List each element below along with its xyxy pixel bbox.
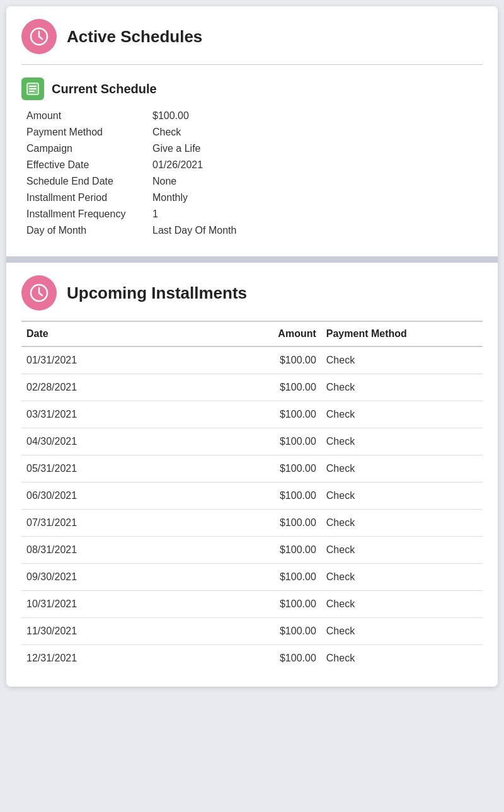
table-row: 02/28/2021$100.00Check: [21, 374, 483, 401]
schedule-list-icon: [26, 82, 40, 96]
field-label: Day of Month: [26, 225, 152, 236]
field-label: Effective Date: [26, 159, 152, 171]
header-divider: [21, 64, 483, 65]
schedule-fields: Amount$100.00Payment MethodCheckCampaign…: [21, 110, 483, 236]
installment-date: 02/28/2021: [21, 374, 183, 401]
active-schedules-title: Active Schedules: [67, 27, 202, 47]
installment-amount: $100.00: [183, 645, 321, 672]
installment-payment-method: Check: [321, 401, 483, 428]
field-value: $100.00: [152, 110, 189, 122]
svg-line-2: [39, 37, 42, 39]
installment-payment-method: Check: [321, 510, 483, 537]
installment-payment-method: Check: [321, 564, 483, 591]
clock-icon-2: [29, 283, 49, 303]
field-row: Amount$100.00: [26, 110, 483, 122]
field-label: Payment Method: [26, 127, 152, 138]
field-label: Schedule End Date: [26, 176, 152, 187]
field-value: None: [152, 176, 176, 187]
installment-date: 10/31/2021: [21, 591, 183, 618]
installment-date: 06/30/2021: [21, 483, 183, 510]
installment-payment-method: Check: [321, 537, 483, 564]
field-label: Installment Frequency: [26, 209, 152, 220]
upcoming-header: Upcoming Installments: [21, 275, 483, 311]
installment-amount: $100.00: [183, 455, 321, 483]
table-row: 11/30/2021$100.00Check: [21, 618, 483, 645]
installment-amount: $100.00: [183, 401, 321, 428]
section-separator: [6, 256, 498, 263]
current-schedule-title: Current Schedule: [52, 82, 157, 96]
field-row: CampaignGive a Life: [26, 143, 483, 154]
installment-payment-method: Check: [321, 374, 483, 401]
field-value: Monthly: [152, 192, 188, 203]
table-header-row: Date Amount Payment Method: [21, 321, 483, 346]
installment-payment-method: Check: [321, 455, 483, 483]
field-row: Installment Frequency1: [26, 209, 483, 220]
installment-date: 01/31/2021: [21, 346, 183, 374]
table-row: 06/30/2021$100.00Check: [21, 483, 483, 510]
active-schedules-header: Active Schedules: [21, 19, 483, 54]
installment-payment-method: Check: [321, 645, 483, 672]
clock-icon: [29, 26, 49, 47]
field-value: Last Day Of Month: [152, 225, 236, 236]
table-row: 01/31/2021$100.00Check: [21, 346, 483, 374]
col-header-date: Date: [21, 321, 183, 346]
installment-payment-method: Check: [321, 618, 483, 645]
installment-date: 05/31/2021: [21, 455, 183, 483]
svg-line-10: [39, 293, 42, 295]
installment-date: 03/31/2021: [21, 401, 183, 428]
field-label: Installment Period: [26, 192, 152, 203]
field-row: Payment MethodCheck: [26, 127, 483, 138]
col-header-payment: Payment Method: [321, 321, 483, 346]
field-value: 1: [152, 209, 158, 220]
upcoming-icon: [21, 275, 57, 311]
installments-table: Date Amount Payment Method 01/31/2021$10…: [21, 321, 483, 672]
installment-payment-method: Check: [321, 428, 483, 455]
installment-payment-method: Check: [321, 346, 483, 374]
table-body: 01/31/2021$100.00Check02/28/2021$100.00C…: [21, 346, 483, 672]
installment-date: 07/31/2021: [21, 510, 183, 537]
table-row: 12/31/2021$100.00Check: [21, 645, 483, 672]
page-wrapper: Active Schedules Current Schedule: [6, 6, 498, 687]
installment-amount: $100.00: [183, 483, 321, 510]
installment-date: 09/30/2021: [21, 564, 183, 591]
installment-amount: $100.00: [183, 591, 321, 618]
table-row: 10/31/2021$100.00Check: [21, 591, 483, 618]
table-header: Date Amount Payment Method: [21, 321, 483, 346]
table-row: 05/31/2021$100.00Check: [21, 455, 483, 483]
installment-amount: $100.00: [183, 537, 321, 564]
table-row: 07/31/2021$100.00Check: [21, 510, 483, 537]
table-row: 08/31/2021$100.00Check: [21, 537, 483, 564]
field-label: Campaign: [26, 143, 152, 154]
col-header-amount: Amount: [183, 321, 321, 346]
installment-amount: $100.00: [183, 374, 321, 401]
installment-payment-method: Check: [321, 591, 483, 618]
current-schedule-header: Current Schedule: [21, 77, 483, 100]
table-row: 04/30/2021$100.00Check: [21, 428, 483, 455]
field-label: Amount: [26, 110, 152, 122]
active-schedules-section: Active Schedules Current Schedule: [6, 6, 498, 256]
installment-amount: $100.00: [183, 510, 321, 537]
current-schedule-icon: [21, 77, 44, 100]
installment-payment-method: Check: [321, 483, 483, 510]
field-row: Effective Date01/26/2021: [26, 159, 483, 171]
installment-amount: $100.00: [183, 618, 321, 645]
installment-amount: $100.00: [183, 564, 321, 591]
table-row: 09/30/2021$100.00Check: [21, 564, 483, 591]
current-schedule-block: Current Schedule Amount$100.00Payment Me…: [21, 77, 483, 256]
installment-date: 04/30/2021: [21, 428, 183, 455]
active-schedules-icon: [21, 19, 57, 54]
table-row: 03/31/2021$100.00Check: [21, 401, 483, 428]
field-value: Check: [152, 127, 181, 138]
field-row: Day of MonthLast Day Of Month: [26, 225, 483, 236]
installment-amount: $100.00: [183, 428, 321, 455]
field-row: Installment PeriodMonthly: [26, 192, 483, 203]
upcoming-installments-section: Upcoming Installments Date Amount Paymen…: [6, 263, 498, 687]
installment-date: 11/30/2021: [21, 618, 183, 645]
field-row: Schedule End DateNone: [26, 176, 483, 187]
installment-date: 08/31/2021: [21, 537, 183, 564]
field-value: Give a Life: [152, 143, 200, 154]
installment-amount: $100.00: [183, 346, 321, 374]
field-value: 01/26/2021: [152, 159, 203, 171]
installment-date: 12/31/2021: [21, 645, 183, 672]
upcoming-title: Upcoming Installments: [67, 283, 247, 303]
